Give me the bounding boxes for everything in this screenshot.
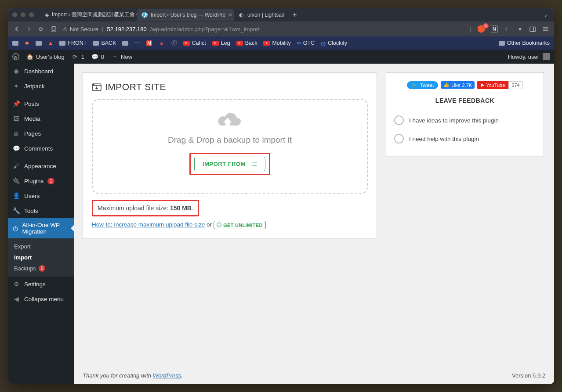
close-tab-icon[interactable]: × [228, 11, 232, 18]
window-traffic-lights [12, 12, 34, 17]
extensions-button[interactable]: ✦ [517, 26, 523, 32]
bookmark-drive[interactable]: 🔺 [158, 40, 165, 47]
like-button[interactable]: 👍Like 2.7K [441, 81, 475, 89]
bookmark-item[interactable]: Ⓒ [171, 40, 177, 47]
browser-tabstrip: ◈ Import ‹ 臺灣空間規劃設計產業工會 — Import ‹ User'… [8, 8, 554, 22]
bookmark-folder[interactable] [12, 41, 18, 46]
menu-button[interactable] [542, 26, 549, 32]
max-upload-highlight: Maximum upload file size: 150 MB. [92, 200, 199, 216]
drop-instruction: Drag & Drop a backup to import it [168, 135, 292, 145]
updates-menu[interactable]: ⟳1 [72, 53, 84, 60]
feedback-option-help[interactable]: I need help with this plugin [394, 129, 536, 148]
import-from-highlight: IMPORT FROM [189, 153, 270, 175]
bookmark-back[interactable]: BACK [93, 40, 116, 46]
tab-title: union | Lightsail [247, 12, 284, 18]
admin-sidebar: ◉Dashboard ✦Jetpack 📌Posts 🖾Media 🗎Pages… [8, 64, 74, 384]
feedback-heading: LEAVE FEEDBACK [394, 97, 536, 104]
other-bookmarks[interactable]: Other Bookmarks [499, 40, 550, 46]
notion-extension-icon[interactable]: N [491, 25, 498, 32]
sidebar-item-ai1wm[interactable]: ◷All-in-One WP Migration [8, 218, 74, 238]
minimize-window-dot[interactable] [21, 12, 25, 17]
sidebar-submenu-ai1wm: Export Import Backups0 [8, 238, 74, 277]
reload-button[interactable]: ⟳ [38, 26, 44, 32]
import-panel: IMPORT SITE Drag & Drop a backup to impo… [83, 72, 377, 238]
version-label: Version 5.9.2 [512, 372, 545, 379]
new-tab-button[interactable]: + [288, 11, 301, 19]
bookmark-front[interactable]: FRONT [59, 40, 87, 46]
backups-count: 0 [39, 265, 46, 272]
submenu-export[interactable]: Export [8, 241, 74, 252]
bookmark-clockify[interactable]: ◷Clockify [321, 40, 347, 47]
close-window-dot[interactable] [12, 12, 17, 17]
back-button[interactable] [13, 26, 20, 32]
bookmarks-bar: ✹ ▲ FRONT BACK 〰 M 🔺 Ⓒ Cafict Leg Back M… [8, 36, 554, 50]
import-from-button[interactable]: IMPORT FROM [194, 157, 265, 171]
sidebar-item-comments[interactable]: 💬Comments [8, 141, 74, 156]
drop-zone[interactable]: Drag & Drop a backup to import it IMPORT… [92, 99, 368, 194]
max-upload-value: 150 MB [170, 205, 192, 212]
youtube-button[interactable]: ▶YouTube 574 [477, 81, 523, 89]
sidebar-toggle-icon[interactable] [529, 26, 536, 32]
import-icon [92, 83, 102, 91]
bookmark-mobility[interactable]: Mobility [263, 40, 290, 46]
bookmark-gtc[interactable]: ∞GTC [297, 40, 315, 46]
wp-logo-menu[interactable] [12, 53, 19, 60]
sidebar-item-plugins[interactable]: 🔌Plugins1 [8, 173, 74, 188]
max-upload-label: Maximum upload file size: [98, 205, 170, 212]
browser-tab-1[interactable]: ◈ Import ‹ 臺灣空間規劃設計產業工會 — [40, 9, 137, 21]
address-bar[interactable]: ⚠Not Secure | 52.192.237.180/wp-admin/ad… [62, 26, 464, 32]
avatar [543, 53, 550, 60]
bookmark-item[interactable]: 〰 [134, 40, 140, 46]
browser-tab-3[interactable]: ◐ union | Lightsail [234, 9, 288, 21]
wordpress-link[interactable]: WordPress [153, 372, 181, 379]
svg-rect-1 [530, 27, 536, 31]
info-icon: ⓘ [217, 222, 221, 228]
bookmark-item[interactable]: ▲ [48, 40, 53, 46]
shields-count: 6 [483, 23, 489, 29]
brave-shields-button[interactable]: 6 [478, 25, 485, 33]
forward-button[interactable] [25, 26, 32, 32]
sidebar-item-media[interactable]: 🖾Media [8, 111, 74, 126]
youtube-count: 574 [508, 81, 522, 89]
social-buttons: 🐦Tweet 👍Like 2.7K ▶YouTube 574 [394, 81, 536, 89]
bookmark-cafict[interactable]: Cafict [183, 40, 206, 46]
bookmark-leg[interactable]: Leg [212, 40, 230, 46]
comments-menu[interactable]: 💬0 [91, 53, 104, 60]
bookmark-gmail[interactable]: M [146, 40, 152, 46]
play-icon: ▶ [481, 82, 484, 88]
url-host: 52.192.237.180 [107, 26, 146, 32]
bookmark-item[interactable]: ✹ [25, 40, 29, 47]
tabs-dropdown-button[interactable]: ⌄ [544, 12, 550, 18]
bookmark-folder[interactable] [36, 41, 42, 46]
browser-toolbar: ⟳ ⚠Not Secure | 52.192.237.180/wp-admin/… [8, 22, 554, 36]
howto-link[interactable]: How-to: Increase maximum upload file siz… [92, 221, 205, 228]
sidebar-item-users[interactable]: 👤Users [8, 188, 74, 203]
sidebar-item-jetpack[interactable]: ✦Jetpack [8, 79, 74, 94]
get-unlimited-button[interactable]: ⓘGET UNLIMITED [214, 221, 266, 229]
browser-tab-2-active[interactable]: Import ‹ User's blog — WordPre × [137, 9, 234, 21]
tweet-button[interactable]: 🐦Tweet [407, 81, 438, 89]
bookmark-button[interactable] [50, 26, 57, 32]
sidebar-item-posts[interactable]: 📌Posts [8, 96, 74, 111]
zoom-window-dot[interactable] [29, 12, 34, 17]
account-menu[interactable]: Howdy, user [508, 53, 550, 60]
radio-icon [394, 115, 404, 125]
feedback-option-ideas[interactable]: I have ideas to improve this plugin [394, 111, 536, 129]
wordpress-icon [141, 12, 148, 18]
submenu-backups[interactable]: Backups0 [8, 263, 74, 274]
submenu-import[interactable]: Import [8, 252, 74, 263]
moon-extension-icon[interactable]: ☾ [504, 26, 511, 32]
sidebar-item-dashboard[interactable]: ◉Dashboard [8, 64, 74, 79]
new-content-menu[interactable]: ＋New [111, 53, 132, 60]
sidebar-item-pages[interactable]: 🗎Pages [8, 126, 74, 141]
sidebar-item-appearance[interactable]: 🖌Appearance [8, 158, 74, 173]
main-content: IMPORT SITE Drag & Drop a backup to impo… [74, 64, 554, 384]
sidebar-collapse[interactable]: ◀Collapse menu [8, 291, 74, 306]
sidebar-item-tools[interactable]: 🔧Tools [8, 203, 74, 218]
bookmark-back2[interactable]: Back [236, 40, 257, 46]
sidebar-item-settings[interactable]: ⚙Settings [8, 277, 74, 291]
radio-icon [394, 134, 404, 144]
wp-admin-bar: 🏠User's blog ⟳1 💬0 ＋New Howdy, user [8, 50, 554, 64]
bookmark-folder[interactable] [122, 41, 128, 46]
site-name-menu[interactable]: 🏠User's blog [26, 53, 65, 60]
